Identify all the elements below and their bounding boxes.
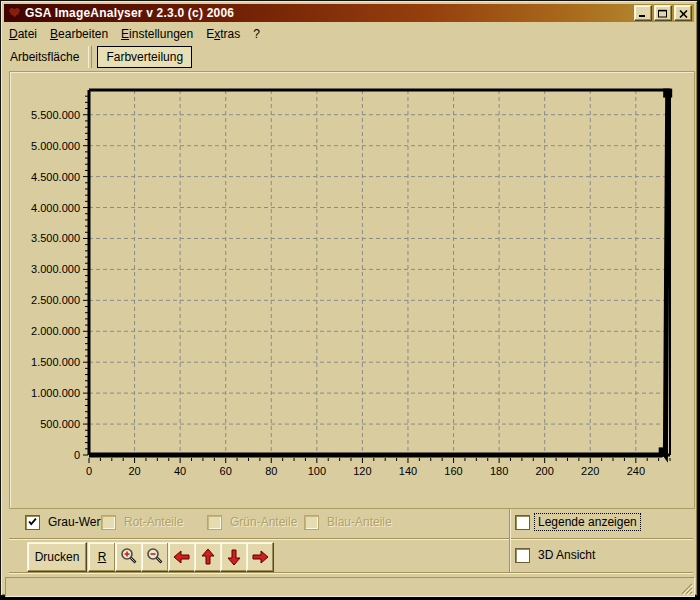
svg-text:5.500.000: 5.500.000 bbox=[31, 109, 80, 121]
svg-text:220: 220 bbox=[581, 465, 599, 477]
tab-separator bbox=[88, 46, 92, 68]
red-share-checkbox-box bbox=[101, 515, 116, 530]
resize-grip-icon[interactable] bbox=[680, 582, 693, 595]
svg-text:500.000: 500.000 bbox=[40, 418, 80, 430]
zoom-out-icon bbox=[145, 547, 165, 567]
svg-text:120: 120 bbox=[353, 465, 371, 477]
maximize-icon bbox=[658, 4, 668, 22]
window-title: GSA ImageAnalyser v 2.3.0 (c) 2006 bbox=[25, 6, 234, 20]
minimize-icon bbox=[638, 4, 648, 22]
gray-value-checkbox-box[interactable] bbox=[25, 515, 40, 530]
svg-text:3.500.000: 3.500.000 bbox=[31, 232, 80, 244]
3d-view-checkbox-label: 3D Ansicht bbox=[536, 548, 597, 562]
window-controls bbox=[634, 5, 692, 21]
svg-text:40: 40 bbox=[174, 465, 186, 477]
zoom-in-icon bbox=[119, 547, 139, 567]
svg-text:1.500.000: 1.500.000 bbox=[31, 356, 80, 368]
divider bbox=[9, 572, 693, 574]
svg-text:5.000.000: 5.000.000 bbox=[31, 140, 80, 152]
svg-text:1.000.000: 1.000.000 bbox=[31, 387, 80, 399]
red-share-checkbox: Rot-Anteile bbox=[101, 514, 185, 530]
svg-text:140: 140 bbox=[399, 465, 417, 477]
scroll-down-button[interactable] bbox=[220, 542, 248, 572]
svg-text:0: 0 bbox=[86, 465, 92, 477]
zoom-in-button[interactable] bbox=[115, 542, 143, 572]
menu-bar: DateiBearbeitenEinstellungenExtras? bbox=[5, 25, 693, 43]
svg-text:3.000.000: 3.000.000 bbox=[31, 263, 80, 275]
check-icon bbox=[27, 513, 38, 531]
gray-value-checkbox[interactable]: Grau-Wert bbox=[25, 514, 106, 530]
menu-item-einstellungen[interactable]: Einstellungen bbox=[117, 26, 197, 42]
close-button[interactable] bbox=[674, 5, 692, 21]
show-legend-checkbox[interactable]: Legende anzeigen bbox=[515, 514, 639, 530]
svg-text:100: 100 bbox=[308, 465, 326, 477]
show-legend-checkbox-box[interactable] bbox=[515, 515, 530, 530]
scroll-right-button[interactable] bbox=[246, 542, 274, 572]
arrow-right-icon bbox=[250, 547, 270, 567]
blue-share-checkbox-label: Blau-Anteile bbox=[325, 515, 394, 529]
blue-share-checkbox: Blau-Anteile bbox=[304, 514, 394, 530]
reset-button[interactable]: R bbox=[88, 542, 116, 572]
series-marker bbox=[659, 447, 668, 456]
menu-item-[interactable]: ? bbox=[249, 26, 264, 42]
3d-view-checkbox-box[interactable] bbox=[515, 548, 530, 563]
series-marker bbox=[663, 89, 672, 98]
green-share-checkbox-label: Grün-Anteile bbox=[228, 515, 299, 529]
status-text bbox=[6, 578, 694, 582]
svg-text:0: 0 bbox=[74, 449, 80, 461]
blue-share-checkbox-box bbox=[304, 515, 319, 530]
svg-text:20: 20 bbox=[128, 465, 140, 477]
app-window: GSA ImageAnalyser v 2.3.0 (c) 2006 Datei… bbox=[0, 0, 698, 596]
print-button[interactable]: Drucken bbox=[27, 542, 87, 572]
menu-item-bearbeiten[interactable]: Bearbeiten bbox=[46, 26, 112, 42]
svg-text:200: 200 bbox=[536, 465, 554, 477]
tab-bar: ArbeitsflächeFarbverteilung bbox=[3, 44, 195, 69]
gray-value-checkbox-label: Grau-Wert bbox=[46, 515, 106, 529]
svg-text:2.000.000: 2.000.000 bbox=[31, 325, 80, 337]
svg-text:2.500.000: 2.500.000 bbox=[31, 294, 80, 306]
show-legend-checkbox-label: Legende anzeigen bbox=[536, 515, 639, 529]
arrow-left-icon bbox=[172, 547, 192, 567]
svg-text:160: 160 bbox=[444, 465, 462, 477]
close-icon bbox=[679, 4, 688, 22]
green-share-checkbox-box bbox=[207, 515, 222, 530]
svg-text:240: 240 bbox=[627, 465, 645, 477]
zoom-out-button[interactable] bbox=[141, 542, 169, 572]
menu-item-datei[interactable]: Datei bbox=[5, 26, 41, 42]
arrow-up-icon bbox=[198, 547, 218, 567]
svg-text:180: 180 bbox=[490, 465, 508, 477]
scroll-up-button[interactable] bbox=[194, 542, 222, 572]
tab-color-distribution[interactable]: Farbverteilung bbox=[97, 46, 192, 68]
status-bar bbox=[5, 577, 695, 597]
svg-text:80: 80 bbox=[265, 465, 277, 477]
chart-panel: 0500.0001.000.0001.500.0002.000.0002.500… bbox=[9, 71, 695, 509]
arrow-down-icon bbox=[224, 547, 244, 567]
green-share-checkbox: Grün-Anteile bbox=[207, 514, 299, 530]
divider bbox=[509, 509, 511, 572]
menu-item-extras[interactable]: Extras bbox=[202, 26, 244, 42]
gray-value-histogram-chart: 0500.0001.000.0001.500.0002.000.0002.500… bbox=[11, 73, 693, 507]
divider bbox=[9, 538, 693, 540]
3d-view-checkbox[interactable]: 3D Ansicht bbox=[515, 547, 597, 563]
app-icon bbox=[7, 6, 22, 20]
red-share-checkbox-label: Rot-Anteile bbox=[122, 515, 185, 529]
title-bar[interactable]: GSA ImageAnalyser v 2.3.0 (c) 2006 bbox=[4, 4, 694, 22]
tab-workspace[interactable]: Arbeitsfläche bbox=[3, 47, 86, 67]
svg-text:4.500.000: 4.500.000 bbox=[31, 171, 80, 183]
svg-text:60: 60 bbox=[220, 465, 232, 477]
minimize-button[interactable] bbox=[634, 5, 652, 21]
maximize-button[interactable] bbox=[654, 5, 672, 21]
svg-text:4.000.000: 4.000.000 bbox=[31, 202, 80, 214]
scroll-left-button[interactable] bbox=[168, 542, 196, 572]
